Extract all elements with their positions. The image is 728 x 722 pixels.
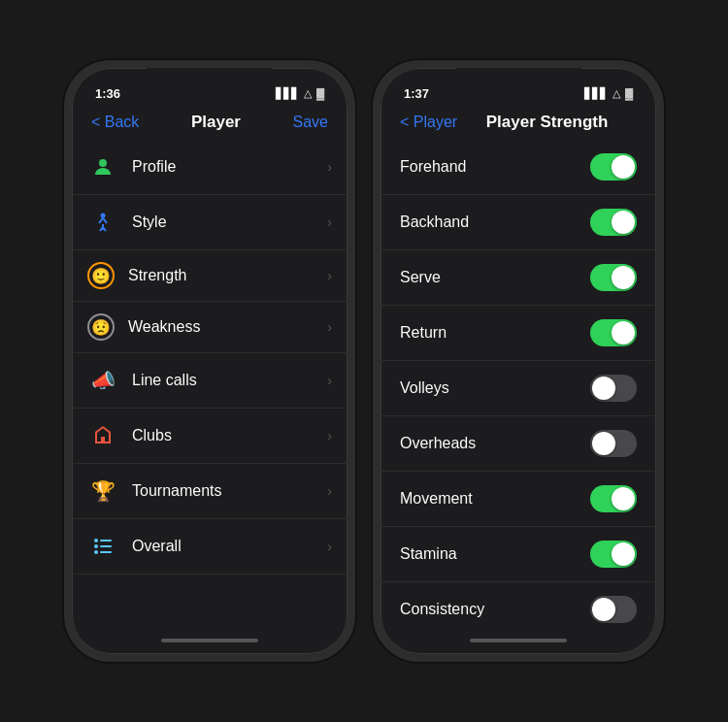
settings-item-stamina[interactable]: Stamina: [381, 527, 656, 582]
toggle-forehand[interactable]: [590, 153, 637, 180]
battery-icon-2: ▓: [625, 87, 633, 99]
back-button-1[interactable]: < Back: [91, 114, 139, 131]
menu-item-overall[interactable]: Overall ›: [72, 519, 347, 574]
menu-item-tournaments[interactable]: 🏆 Tournaments ›: [72, 464, 347, 519]
home-indicator-2: [381, 627, 656, 654]
settings-label-overheads: Overheads: [400, 435, 476, 452]
menu-label-overall: Overall: [132, 538, 327, 555]
svg-line-6: [103, 227, 106, 231]
settings-label-volleys: Volleys: [400, 379, 449, 397]
settings-label-serve: Serve: [400, 269, 441, 286]
settings-item-serve[interactable]: Serve: [381, 250, 656, 306]
nav-bar-1: < Back Player Save: [72, 109, 347, 140]
svg-point-12: [94, 550, 98, 554]
status-icons-2: ▋▋▋ △ ▓: [584, 87, 633, 100]
settings-item-volleys[interactable]: Volleys: [381, 361, 656, 416]
menu-label-style: Style: [132, 213, 327, 231]
home-bar-2: [470, 639, 567, 642]
status-icons-1: ▋▋▋ △ ▓: [276, 87, 324, 100]
settings-label-forehand: Forehand: [400, 158, 467, 176]
phone-2: 1:37 ▋▋▋ △ ▓ < Player Player Strength Fo…: [373, 60, 664, 662]
svg-point-10: [94, 544, 98, 548]
menu-label-weakness: Weakness: [128, 318, 327, 336]
profile-icon: [87, 151, 118, 182]
svg-rect-9: [100, 540, 112, 542]
clubs-icon: [87, 420, 118, 451]
signal-icon-2: ▋▋▋: [584, 87, 608, 100]
status-bar-2: 1:37 ▋▋▋ △ ▓: [381, 68, 656, 109]
settings-item-movement[interactable]: Movement: [381, 472, 656, 527]
svg-rect-11: [100, 545, 112, 547]
settings-item-return[interactable]: Return: [381, 306, 656, 361]
svg-point-1: [101, 213, 106, 218]
settings-item-backhand[interactable]: Backhand: [381, 195, 656, 250]
signal-icon-1: ▋▋▋: [276, 87, 299, 100]
menu-item-clubs[interactable]: Clubs ›: [72, 409, 347, 464]
toggle-stamina[interactable]: [590, 541, 637, 568]
toggle-movement[interactable]: [590, 485, 637, 512]
svg-rect-13: [100, 551, 112, 553]
settings-list: Forehand Backhand Serve Return Volleys: [381, 140, 656, 627]
home-indicator-1: [72, 627, 347, 654]
battery-icon-1: ▓: [316, 87, 324, 99]
phone-1: 1:36 ▋▋▋ △ ▓ < Back Player Save Profile …: [64, 60, 355, 662]
menu-item-strength[interactable]: 🙂 Strength ›: [72, 250, 347, 302]
style-icon: [87, 207, 118, 238]
wifi-icon-1: △: [304, 87, 312, 100]
svg-line-3: [103, 218, 107, 224]
strength-icon: 🙂: [87, 262, 115, 289]
overall-icon: [87, 531, 118, 562]
wifi-icon-2: △: [612, 87, 620, 100]
nav-title-2: Player Strength: [486, 113, 609, 132]
toggle-overheads[interactable]: [590, 430, 637, 457]
phones-container: 1:36 ▋▋▋ △ ▓ < Back Player Save Profile …: [64, 60, 664, 662]
settings-item-consistency[interactable]: Consistency: [381, 582, 656, 627]
time-2: 1:37: [404, 86, 429, 101]
menu-label-linecalls: Line calls: [132, 372, 327, 389]
weakness-icon: 😟: [87, 313, 115, 341]
settings-item-forehand[interactable]: Forehand: [381, 140, 656, 195]
svg-point-0: [99, 159, 107, 167]
menu-item-weakness[interactable]: 😟 Weakness ›: [72, 302, 347, 353]
tournaments-icon: 🏆: [87, 476, 118, 507]
nav-title-1: Player: [191, 113, 241, 132]
menu-label-profile: Profile: [132, 158, 327, 176]
home-bar-1: [161, 639, 258, 642]
chevron-strength: ›: [327, 268, 332, 283]
svg-rect-7: [101, 437, 105, 443]
toggle-backhand[interactable]: [590, 209, 637, 236]
menu-label-tournaments: Tournaments: [132, 482, 327, 500]
settings-item-overheads[interactable]: Overheads: [381, 416, 656, 472]
chevron-clubs: ›: [327, 428, 332, 443]
svg-point-8: [94, 539, 98, 542]
settings-label-return: Return: [400, 324, 447, 342]
chevron-weakness: ›: [327, 319, 332, 335]
settings-label-backhand: Backhand: [400, 213, 469, 231]
menu-item-style[interactable]: Style ›: [72, 195, 347, 250]
toggle-return[interactable]: [590, 319, 637, 346]
toggle-volleys[interactable]: [590, 375, 637, 402]
chevron-tournaments: ›: [327, 483, 332, 499]
save-button[interactable]: Save: [293, 114, 328, 131]
settings-label-consistency: Consistency: [400, 601, 484, 618]
settings-label-movement: Movement: [400, 490, 473, 508]
menu-item-linecalls[interactable]: 📣 Line calls ›: [72, 353, 347, 409]
menu-label-strength: Strength: [128, 267, 327, 284]
status-bar-1: 1:36 ▋▋▋ △ ▓: [72, 68, 347, 109]
chevron-style: ›: [327, 214, 332, 230]
back-button-2[interactable]: < Player: [400, 114, 457, 131]
toggle-serve[interactable]: [590, 264, 637, 291]
chevron-profile: ›: [327, 159, 332, 175]
chevron-overall: ›: [327, 539, 332, 554]
settings-label-stamina: Stamina: [400, 545, 457, 563]
nav-bar-2: < Player Player Strength: [381, 109, 656, 140]
menu-label-clubs: Clubs: [132, 427, 327, 444]
menu-item-profile[interactable]: Profile ›: [72, 140, 347, 195]
time-1: 1:36: [95, 86, 120, 101]
toggle-consistency[interactable]: [590, 596, 637, 623]
menu-list: Profile › Style › 🙂 Strength › 😟 Weaknes…: [72, 140, 347, 627]
chevron-linecalls: ›: [327, 373, 332, 388]
linecalls-icon: 📣: [87, 365, 118, 396]
